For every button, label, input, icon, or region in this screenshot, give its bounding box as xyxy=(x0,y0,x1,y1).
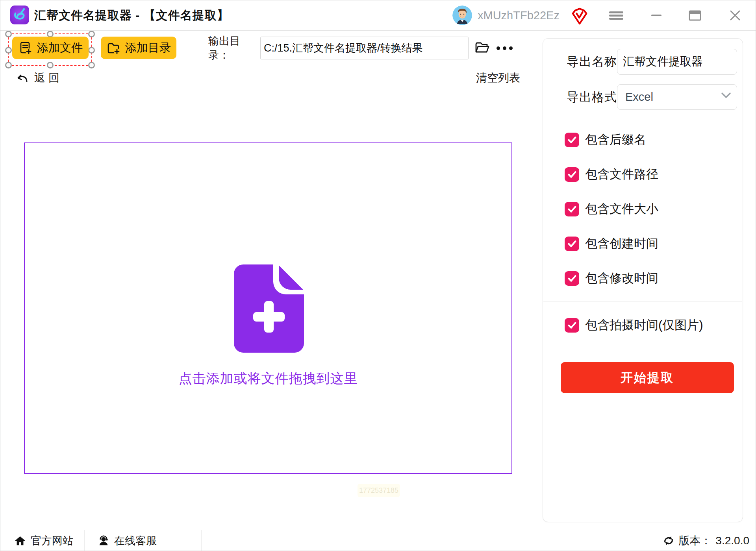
checkbox-row[interactable]: 包含创建时间 xyxy=(565,236,658,251)
options-divider xyxy=(543,301,742,302)
checkbox-checked-icon[interactable] xyxy=(565,133,579,147)
add-file-big-icon xyxy=(234,264,304,353)
update-refresh-icon xyxy=(663,535,674,547)
add-file-label: 添加文件 xyxy=(37,40,83,56)
checkbox-checked-icon[interactable] xyxy=(565,318,579,333)
username-text: xMUzhTFb22Ez xyxy=(478,0,560,30)
export-format-select[interactable]: Excel xyxy=(617,84,737,110)
online-support-link[interactable]: 在线客服 xyxy=(98,530,157,551)
checkbox-label: 包含后缀名 xyxy=(585,131,646,148)
version-info: 版本： 3.2.0.0 xyxy=(663,530,749,551)
official-website-link[interactable]: 官方网站 xyxy=(14,530,73,551)
content-top-divider xyxy=(0,36,756,36)
footer-bar: 官方网站 在线客服 xyxy=(0,530,756,551)
minimize-button[interactable] xyxy=(645,0,668,30)
menu-icon[interactable] xyxy=(604,0,628,30)
photo-time-checkbox-label: 包含拍摄时间(仅图片) xyxy=(585,317,703,333)
support-agent-icon xyxy=(98,535,109,547)
add-directory-button[interactable]: 添加目录 xyxy=(101,37,176,59)
add-directory-label: 添加目录 xyxy=(125,40,171,56)
user-avatar[interactable] xyxy=(452,6,472,25)
version-label: 版本： xyxy=(678,533,712,548)
drop-zone-hint: 点击添加或将文件拖拽到这里 xyxy=(25,370,511,388)
app-logo-icon xyxy=(10,5,30,25)
checkbox-checked-icon[interactable] xyxy=(565,271,579,286)
checkbox-label: 包含文件路径 xyxy=(585,166,658,183)
browse-folder-icon[interactable] xyxy=(473,38,491,58)
checkbox-label: 包含修改时间 xyxy=(585,270,658,287)
output-dir-label: 输出目录： xyxy=(208,37,256,59)
checkbox-label: 包含文件大小 xyxy=(585,201,658,217)
export-name-label: 导出名称 xyxy=(543,54,617,70)
footer-divider xyxy=(201,530,202,551)
back-label: 返 回 xyxy=(34,70,59,85)
undo-arrow-icon xyxy=(15,72,29,84)
photo-time-checkbox-row[interactable]: 包含拍摄时间(仅图片) xyxy=(565,318,703,333)
export-settings-panel: 导出名称 导出格式 Excel 包 xyxy=(543,38,743,522)
export-name-input[interactable] xyxy=(617,49,737,75)
online-support-label: 在线客服 xyxy=(114,534,157,548)
checkbox-row[interactable]: 包含文件路径 xyxy=(565,167,658,182)
start-extract-button[interactable]: 开始提取 xyxy=(561,362,734,393)
version-value: 3.2.0.0 xyxy=(715,534,749,547)
file-drop-zone[interactable]: 点击添加或将文件拖拽到这里 xyxy=(24,142,512,474)
checkbox-row[interactable]: 包含文件大小 xyxy=(565,202,658,216)
title-bar: 汇帮文件名提取器 - 【文件名提取】 xMUzhTFb22Ez xyxy=(0,0,756,31)
add-file-icon xyxy=(18,41,32,55)
checkbox-label: 包含创建时间 xyxy=(585,235,658,252)
vip-badge-icon[interactable] xyxy=(571,7,588,25)
app-window: 汇帮文件名提取器 - 【文件名提取】 xMUzhTFb22Ez xyxy=(0,0,756,551)
checkbox-checked-icon[interactable] xyxy=(565,202,579,216)
checkbox-checked-icon[interactable] xyxy=(565,167,579,182)
sidebar-divider xyxy=(535,36,535,530)
home-icon xyxy=(14,535,26,547)
checkbox-checked-icon[interactable] xyxy=(565,237,579,251)
output-dir-input[interactable] xyxy=(260,37,469,59)
add-directory-icon xyxy=(106,41,120,55)
chevron-down-icon xyxy=(721,92,731,99)
add-file-button[interactable]: 添加文件 xyxy=(12,37,89,59)
clear-list-button[interactable]: 清空列表 xyxy=(476,70,520,85)
official-website-label: 官方网站 xyxy=(31,534,73,548)
more-options-icon[interactable] xyxy=(493,38,515,58)
export-format-value: Excel xyxy=(617,91,653,104)
back-button[interactable]: 返 回 xyxy=(15,70,59,85)
watermark: 1772537185 xyxy=(358,484,400,497)
export-format-label: 导出格式 xyxy=(543,89,617,105)
checkbox-row[interactable]: 包含修改时间 xyxy=(565,271,658,286)
window-title: 汇帮文件名提取器 - 【文件名提取】 xyxy=(34,0,229,30)
maximize-button[interactable] xyxy=(683,0,707,30)
close-button[interactable] xyxy=(723,0,747,30)
footer-divider xyxy=(84,530,85,551)
checkbox-row[interactable]: 包含后缀名 xyxy=(565,132,646,147)
